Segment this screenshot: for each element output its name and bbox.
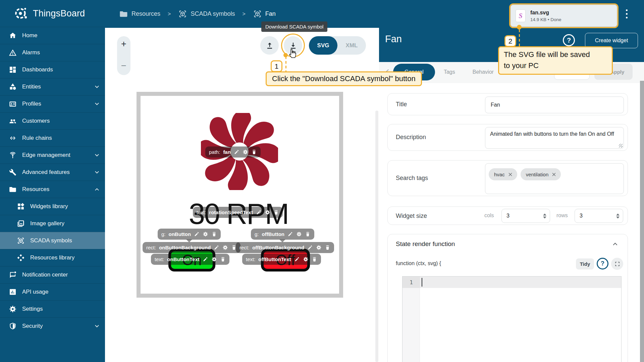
sidebar-item-label: Widgets library — [30, 203, 68, 210]
format-svg-toggle[interactable]: SVG — [309, 36, 337, 55]
canvas-scrollbar-thumb[interactable] — [375, 111, 378, 362]
edit-icon[interactable] — [307, 245, 313, 250]
upload-scada-symbol-button[interactable] — [260, 36, 279, 55]
sidebar-item-notification-center[interactable]: Notification center — [0, 266, 105, 283]
active-line — [402, 277, 621, 288]
edit-icon[interactable] — [287, 231, 293, 237]
sidebar-item-resources[interactable]: Resources — [0, 181, 105, 198]
gear-icon[interactable] — [316, 245, 322, 250]
collapse-icon[interactable] — [611, 240, 619, 248]
state-render-title: State render function — [396, 240, 455, 248]
sidebar-item-resources-library[interactable]: Resources library — [0, 249, 105, 266]
chip-remove-icon[interactable] — [508, 172, 513, 177]
element-tag-kind: text: — [155, 256, 164, 262]
app-logo[interactable]: ThingsBoard — [0, 0, 105, 27]
zoom-control: + − — [117, 36, 130, 75]
element-tag-name: offButtonText — [258, 256, 291, 262]
sidebar-item-scada-symbols[interactable]: SCADA symbols — [0, 232, 105, 249]
trash-icon[interactable] — [251, 149, 257, 155]
zoom-out-button[interactable]: − — [121, 61, 126, 70]
help-button[interactable]: ? — [563, 34, 575, 46]
sidebar-item-label: Notification center — [22, 272, 68, 278]
trash-icon[interactable] — [211, 231, 217, 237]
sidebar-item-entities[interactable]: Entities — [0, 78, 105, 95]
sidebar-item-icon — [17, 202, 25, 210]
description-input[interactable]: Animated fan with buttons to turn the fa… — [485, 127, 624, 149]
zoom-in-button[interactable]: + — [121, 40, 126, 49]
gear-icon[interactable] — [203, 231, 208, 237]
fullscreen-button[interactable] — [611, 258, 623, 270]
title-field-card: Title Fan — [387, 93, 628, 115]
tutorial-step-1-callout: Click the "Download SCADA symbol" button — [266, 71, 422, 86]
gear-icon[interactable] — [222, 245, 228, 250]
panel-tab[interactable]: Behavior — [464, 64, 502, 80]
edit-icon[interactable] — [234, 149, 239, 155]
sidebar-item-edge-management[interactable]: Edge management — [0, 146, 105, 164]
tag-chip: hvac — [489, 168, 517, 180]
edit-icon[interactable] — [214, 245, 219, 250]
format-xml-toggle[interactable]: XML — [337, 36, 366, 55]
edit-icon[interactable] — [294, 256, 300, 262]
gear-icon[interactable] — [303, 256, 309, 262]
element-tag-kind: g: — [161, 231, 166, 237]
tutorial-connector-dot — [517, 25, 522, 29]
tidy-button[interactable]: Tidy — [576, 258, 594, 269]
sidebar-item-label: Resources — [22, 186, 49, 193]
description-label: Description — [396, 134, 426, 141]
gear-icon[interactable] — [211, 256, 217, 262]
thingsboard-logo-icon — [13, 5, 30, 22]
rows-label: rows — [556, 213, 568, 219]
gear-icon[interactable] — [265, 209, 270, 215]
sidebar-item-label: Alarms — [22, 49, 40, 56]
textarea-resize-handle — [619, 144, 623, 147]
panel-tab[interactable]: Tags — [435, 64, 464, 80]
chip-remove-icon[interactable] — [551, 172, 556, 177]
title-input[interactable]: Fan — [485, 97, 624, 113]
cols-stepper[interactable] — [543, 209, 546, 223]
chevron-icon — [94, 220, 100, 227]
trash-icon[interactable] — [312, 256, 317, 262]
sidebar-item-label: Security — [22, 323, 43, 329]
search-tags-input[interactable]: hvac ventilation — [485, 163, 624, 194]
tutorial-step-2-badge: 2 — [504, 35, 516, 47]
sidebar-item-alarms[interactable]: Alarms — [0, 44, 105, 61]
sidebar-item-rule-chains[interactable]: Rule chains — [0, 129, 105, 146]
title-label: Title — [396, 101, 407, 108]
sidebar-item-label: Dashboards — [22, 66, 53, 73]
sidebar-item-api-usage[interactable]: API usage — [0, 283, 105, 300]
breadcrumb-resources[interactable]: Resources — [119, 9, 160, 18]
code-editor[interactable]: 1 — [402, 276, 622, 362]
edit-icon[interactable] — [194, 231, 200, 237]
sidebar-item-advanced-features[interactable]: Advanced features — [0, 164, 105, 181]
function-help-button[interactable]: ? — [597, 258, 608, 269]
sidebar-item-security[interactable]: Security — [0, 317, 105, 335]
edit-icon[interactable] — [256, 209, 262, 215]
sidebar-item-label: Settings — [22, 306, 43, 312]
sidebar-item-profiles[interactable]: Profiles — [0, 95, 105, 112]
sidebar-item-icon — [9, 151, 17, 159]
chevron-icon — [94, 118, 100, 124]
sidebar-item-label: API usage — [22, 289, 48, 295]
trash-icon[interactable] — [273, 209, 279, 215]
page-scrollbar-thumb[interactable] — [640, 81, 644, 362]
sidebar-item-widgets-library[interactable]: Widgets library — [0, 198, 105, 215]
gear-icon[interactable] — [243, 149, 248, 155]
sidebar-item-image-gallery[interactable]: Image gallery — [0, 215, 105, 232]
download-notification[interactable]: S fan.svg 14.9 KB • Done — [509, 3, 619, 28]
browser-menu-icon[interactable] — [625, 9, 628, 18]
trash-icon[interactable] — [220, 256, 226, 262]
rows-stepper[interactable] — [616, 209, 620, 223]
sidebar-item-customers[interactable]: Customers — [0, 112, 105, 129]
rows-input[interactable]: 3 — [575, 209, 623, 223]
chevron-icon — [94, 323, 100, 329]
chevron-icon — [94, 101, 100, 107]
breadcrumb-scada-symbols[interactable]: SCADA symbols — [178, 9, 235, 18]
trash-icon[interactable] — [325, 245, 330, 250]
trash-icon[interactable] — [305, 231, 311, 237]
gear-icon[interactable] — [296, 231, 302, 237]
sidebar-item-home[interactable]: Home — [0, 27, 105, 44]
sidebar-item-dashboards[interactable]: Dashboards — [0, 61, 105, 78]
sidebar-item-settings[interactable]: Settings — [0, 300, 105, 317]
cols-input[interactable]: 3 — [501, 209, 550, 223]
edit-icon[interactable] — [203, 256, 208, 262]
